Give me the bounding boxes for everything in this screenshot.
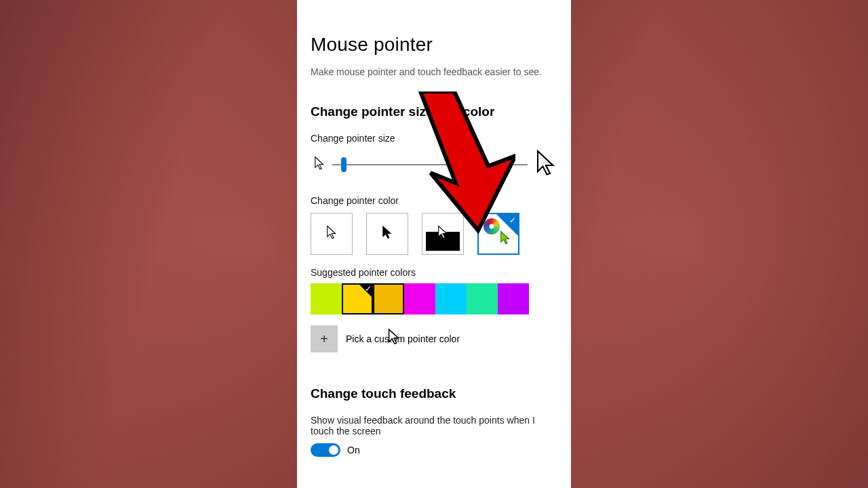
section-pointer-heading: Change pointer size and color — [311, 104, 557, 119]
pointer-color-label: Change pointer color — [311, 195, 557, 206]
scheme-custom[interactable]: ✓ — [477, 213, 519, 255]
scheme-black[interactable] — [366, 213, 408, 255]
color-swatch-4[interactable] — [435, 283, 467, 314]
custom-color-row[interactable]: + Pick a custom pointer color — [311, 325, 557, 352]
cursor-white-icon — [326, 225, 338, 243]
color-swatch-1[interactable]: ✓ — [342, 283, 373, 314]
slider-thumb[interactable] — [341, 157, 347, 172]
suggested-colors-row: ✓ — [311, 283, 557, 314]
color-swatch-3[interactable] — [404, 283, 435, 314]
pointer-size-slider[interactable] — [332, 158, 528, 171]
color-swatch-6[interactable] — [498, 283, 529, 314]
page-subhead: Make mouse pointer and touch feedback ea… — [311, 66, 557, 77]
check-icon: ✓ — [509, 216, 516, 225]
touch-feedback-toggle[interactable] — [311, 443, 340, 457]
color-swatch-0[interactable] — [311, 283, 342, 314]
check-icon: ✓ — [365, 284, 372, 293]
pointer-color-scheme-row: ✓ — [311, 213, 557, 255]
cursor-colored-icon — [499, 230, 511, 248]
pointer-size-label: Change pointer size — [311, 133, 557, 144]
plus-icon[interactable]: + — [311, 325, 338, 352]
pointer-size-row — [313, 149, 557, 180]
touch-toggle-row: On — [311, 443, 557, 457]
page-title: Mouse pointer — [311, 34, 557, 56]
color-wheel-icon — [484, 218, 500, 235]
section-touch-heading: Change touch feedback — [311, 386, 557, 401]
color-swatch-5[interactable] — [467, 283, 498, 314]
cursor-small-icon — [313, 156, 326, 174]
touch-description: Show visual feedback around the touch po… — [311, 415, 557, 436]
custom-color-label: Pick a custom pointer color — [346, 333, 460, 344]
toggle-state-label: On — [347, 445, 360, 455]
cursor-large-icon — [534, 149, 557, 180]
suggested-colors-label: Suggested pointer colors — [311, 267, 557, 278]
settings-panel: Mouse pointer Make mouse pointer and tou… — [297, 0, 571, 488]
color-swatch-2[interactable] — [373, 283, 404, 314]
cursor-inverted-icon — [437, 225, 449, 243]
scheme-inverted[interactable] — [422, 213, 464, 255]
cursor-black-icon — [381, 225, 393, 243]
scheme-white[interactable] — [311, 213, 353, 255]
